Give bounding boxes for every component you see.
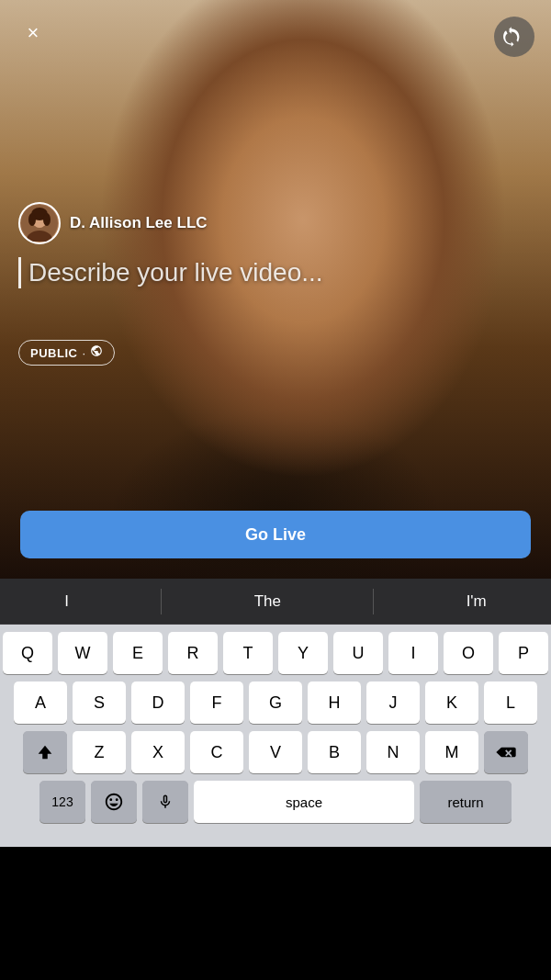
backspace-icon <box>496 745 516 760</box>
key-row-2: A S D F G H J K L <box>3 681 548 724</box>
key-n[interactable]: N <box>366 731 420 773</box>
key-z[interactable]: Z <box>73 731 126 773</box>
microphone-icon <box>157 792 174 812</box>
emoji-key[interactable] <box>91 781 137 823</box>
key-row-3: Z X C V B N M <box>3 731 548 773</box>
backspace-key[interactable] <box>484 731 528 773</box>
video-preview: × D. Allison Lee LLC Describe your live … <box>0 0 551 579</box>
dot-separator: · <box>82 346 85 360</box>
close-icon: × <box>28 23 39 43</box>
suggestions-bar: I The I'm <box>0 579 551 625</box>
key-b[interactable]: B <box>308 731 361 773</box>
user-info-row: D. Allison Lee LLC <box>18 202 208 244</box>
key-g[interactable]: G <box>249 681 302 724</box>
flip-camera-button[interactable] <box>494 17 534 57</box>
key-d[interactable]: D <box>131 681 185 724</box>
key-i[interactable]: I <box>388 632 438 674</box>
key-o[interactable]: O <box>444 632 493 674</box>
key-v[interactable]: V <box>249 731 302 773</box>
key-h[interactable]: H <box>308 681 361 724</box>
key-x[interactable]: X <box>131 731 185 773</box>
flip-camera-icon <box>502 25 526 49</box>
key-k[interactable]: K <box>425 681 478 724</box>
key-y[interactable]: Y <box>278 632 328 674</box>
shift-icon <box>35 742 55 762</box>
key-rows: Q W E R T Y U I O P A S D F G H J K L <box>0 625 551 827</box>
key-j[interactable]: J <box>366 681 420 724</box>
return-key[interactable]: return <box>420 781 512 823</box>
suggestion-the[interactable]: The <box>236 587 299 616</box>
key-l[interactable]: L <box>484 681 537 724</box>
description-area[interactable]: Describe your live video... <box>18 257 533 288</box>
svg-point-6 <box>43 213 51 226</box>
emoji-icon <box>104 792 124 812</box>
avatar <box>18 202 61 244</box>
go-live-label: Go Live <box>245 525 306 545</box>
microphone-key[interactable] <box>142 781 188 823</box>
key-a[interactable]: A <box>14 681 67 724</box>
numbers-key[interactable]: 123 <box>39 781 85 823</box>
avatar-image <box>21 205 58 242</box>
divider-right <box>373 589 374 614</box>
key-t[interactable]: T <box>223 632 273 674</box>
key-e[interactable]: E <box>113 632 163 674</box>
public-label: PUBLIC <box>30 346 77 360</box>
close-button[interactable]: × <box>17 17 50 50</box>
key-u[interactable]: U <box>333 632 383 674</box>
key-f[interactable]: F <box>190 681 243 724</box>
key-q[interactable]: Q <box>3 632 52 674</box>
key-row-1: Q W E R T Y U I O P <box>3 632 548 674</box>
user-name-label: D. Allison Lee LLC <box>70 214 208 232</box>
space-key[interactable]: space <box>194 781 414 823</box>
go-live-button[interactable]: Go Live <box>20 511 531 558</box>
divider-left <box>161 589 162 614</box>
suggestion-im[interactable]: I'm <box>448 587 505 616</box>
video-background <box>0 0 551 579</box>
key-m[interactable]: M <box>425 731 478 773</box>
key-row-4: 123 space return <box>3 781 548 823</box>
public-badge[interactable]: PUBLIC · <box>18 340 115 366</box>
key-c[interactable]: C <box>190 731 243 773</box>
key-w[interactable]: W <box>58 632 107 674</box>
suggestion-i[interactable]: I <box>46 587 87 616</box>
shift-key[interactable] <box>23 731 67 773</box>
key-r[interactable]: R <box>168 632 218 674</box>
key-p[interactable]: P <box>499 632 548 674</box>
home-indicator-bar <box>0 827 551 847</box>
key-s[interactable]: S <box>73 681 126 724</box>
svg-point-5 <box>28 213 36 226</box>
keyboard: I The I'm Q W E R T Y U I O P A S D F G … <box>0 579 551 847</box>
globe-icon <box>90 344 103 361</box>
description-input[interactable]: Describe your live video... <box>18 257 533 288</box>
